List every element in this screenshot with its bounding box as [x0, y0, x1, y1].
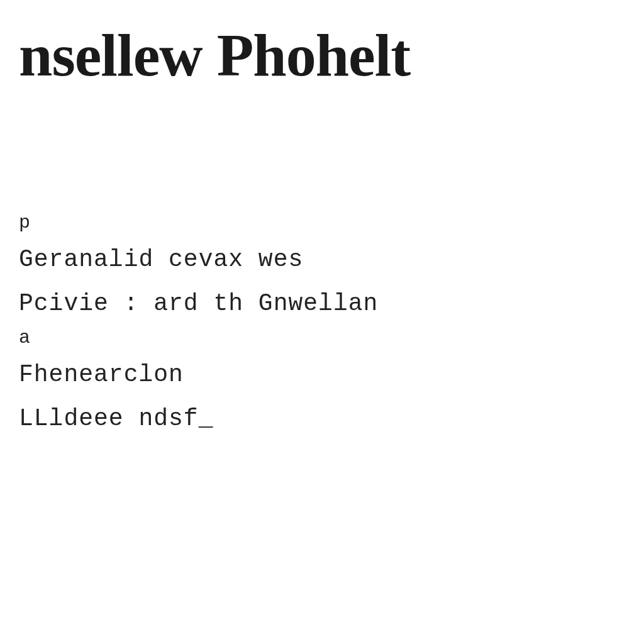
body-line: Pcivie : ard th Gnwellan [19, 282, 625, 326]
document-page: nsellew Phohelt p Geranalid cevax wes Pc… [0, 0, 644, 466]
document-body: p Geranalid cevax wes Pcivie : ard th Gn… [19, 211, 625, 441]
body-line: Geranalid cevax wes [19, 238, 625, 282]
body-line: Fhenearclon [19, 353, 625, 397]
document-title: nsellew Phohelt [19, 25, 625, 86]
body-line: LLldeee ndsf_ [19, 397, 625, 441]
body-line: a [19, 326, 625, 353]
body-line: p [19, 211, 625, 238]
